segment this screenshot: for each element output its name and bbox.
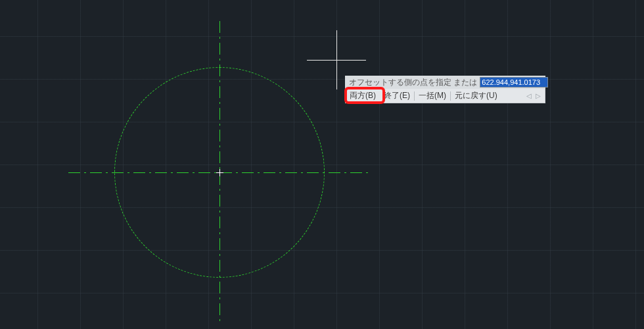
cad-canvas[interactable] <box>0 0 644 329</box>
options-row: 両方(B) 終了(E) 一括(M) 元に戻す(U) ◁ ▷ <box>345 89 545 103</box>
prompt-label: オフセットする側の点を指定 または <box>349 77 477 88</box>
dynamic-input-prompt: オフセットする側の点を指定 または 両方(B) 終了(E) 一括(M) 元に戻す… <box>345 76 545 103</box>
arrow-right-icon[interactable]: ▷ <box>536 92 541 99</box>
prompt-header: オフセットする側の点を指定 または <box>345 76 545 89</box>
option-multi[interactable]: 一括(M) <box>415 89 450 103</box>
option-pager: ◁ ▷ <box>526 92 545 99</box>
center-tick-v <box>219 169 220 176</box>
cursor-crosshair-v <box>336 30 337 89</box>
arrow-left-icon[interactable]: ◁ <box>526 92 532 99</box>
coordinate-input[interactable] <box>480 77 548 88</box>
option-both[interactable]: 両方(B) <box>346 89 380 103</box>
option-end[interactable]: 終了(E) <box>380 89 414 103</box>
option-undo[interactable]: 元に戻す(U) <box>451 89 501 103</box>
